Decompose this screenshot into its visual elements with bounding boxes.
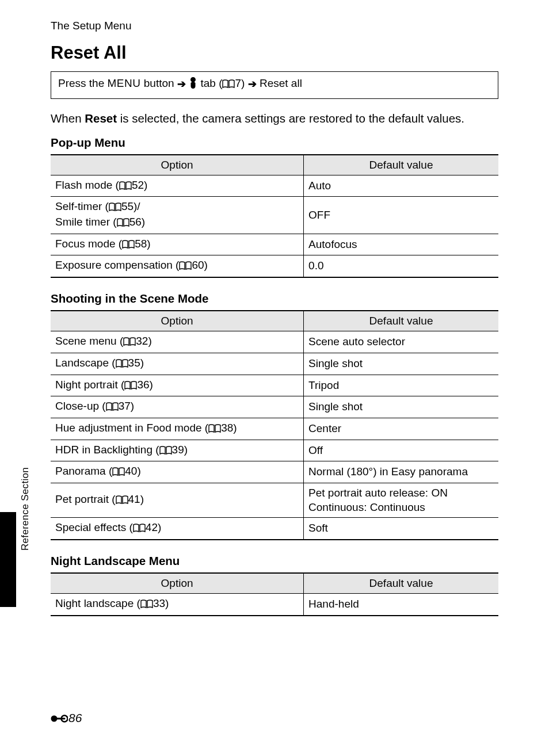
book-icon [106, 400, 119, 415]
wrench-icon [189, 77, 197, 93]
col-header-default: Default value [304, 311, 498, 331]
section-heading: Shooting in the Scene Mode [51, 292, 498, 306]
table-section: Shooting in the Scene ModeOptionDefault … [51, 292, 498, 540]
table-row: HDR in Backlighting (39)Off [51, 440, 498, 461]
book-icon [119, 180, 132, 194]
navigation-path: Press the MENU button ➔ tab (7) ➔ Reset … [51, 71, 498, 99]
book-icon [109, 201, 121, 215]
default-value-cell: Hand-held [304, 594, 498, 616]
option-cell: Focus mode (58) [51, 234, 304, 255]
default-value-cell: Single shot [304, 396, 498, 418]
col-header-option: Option [51, 155, 304, 175]
page-section-icon [51, 713, 68, 724]
section-heading: Night Landscape Menu [51, 554, 498, 568]
path-tab-word: tab ( [197, 77, 222, 89]
option-cell: Panorama (40) [51, 461, 304, 483]
book-icon [208, 422, 221, 437]
table-row: Exposure compensation (60)0.0 [51, 255, 498, 277]
path-end: Reset all [257, 77, 302, 89]
chapter-label: The Setup Menu [51, 20, 498, 32]
table-row: Night portrait (36)Tripod [51, 375, 498, 396]
option-cell: Scene menu (32) [51, 331, 304, 353]
book-icon [116, 357, 128, 372]
default-value-cell: Scene auto selector [304, 331, 498, 353]
table-row: Hue adjustment in Food mode (38)Center [51, 418, 498, 440]
col-header-option: Option [51, 573, 304, 594]
default-value-cell: Center [304, 418, 498, 440]
book-icon [122, 238, 135, 253]
book-icon [112, 465, 125, 480]
default-value-cell: Pet portrait auto release: ONContinuous:… [304, 483, 498, 517]
table-row: Flash mode (52)Auto [51, 175, 498, 197]
default-value-cell: Single shot [304, 353, 498, 375]
intro-text: When Reset is selected, the camera setti… [51, 112, 498, 125]
options-table: OptionDefault valueNight landscape (33)H… [51, 572, 498, 616]
default-value-cell: Off [304, 440, 498, 461]
page-number: 86 [51, 711, 82, 725]
arrow-icon: ➔ [177, 78, 186, 91]
table-row: Landscape (35)Single shot [51, 353, 498, 375]
options-table: OptionDefault valueScene menu (32)Scene … [51, 310, 498, 540]
book-icon [179, 259, 192, 274]
option-cell: Flash mode (52) [51, 175, 304, 197]
path-prefix: Press the [58, 77, 108, 89]
default-value-cell: Auto [304, 175, 498, 197]
option-cell: Close-up (37) [51, 396, 304, 418]
table-row: Focus mode (58)Autofocus [51, 234, 498, 255]
option-cell: Special effects (42) [51, 518, 304, 540]
table-row: Night landscape (33)Hand-held [51, 594, 498, 616]
menu-button-word: MENU [108, 77, 141, 89]
table-row: Scene menu (32)Scene auto selector [51, 331, 498, 353]
table-row: Special effects (42)Soft [51, 518, 498, 540]
table-row: Close-up (37)Single shot [51, 396, 498, 418]
arrow-icon: ➔ [248, 78, 257, 91]
book-icon [124, 379, 137, 394]
col-header-default: Default value [304, 155, 498, 175]
path-mid2: ) [241, 77, 248, 89]
default-value-cell: Autofocus [304, 234, 498, 255]
book-icon [117, 216, 129, 231]
book-icon [222, 78, 235, 92]
table-row: Self-timer (55)/Smile timer (56)OFF [51, 197, 498, 234]
default-value-cell: 0.0 [304, 255, 498, 277]
default-value-cell: Tripod [304, 375, 498, 396]
option-cell: HDR in Backlighting (39) [51, 440, 304, 461]
default-value-cell: Normal (180°) in Easy panorama [304, 461, 498, 483]
col-header-default: Default value [304, 573, 498, 594]
table-section: Night Landscape MenuOptionDefault valueN… [51, 554, 498, 616]
option-cell: Pet portrait (41) [51, 483, 304, 517]
table-row: Pet portrait (41)Pet portrait auto relea… [51, 483, 498, 517]
book-icon [159, 444, 172, 459]
book-icon [123, 335, 136, 350]
path-tab-ref: 7 [235, 77, 241, 89]
option-cell: Hue adjustment in Food mode (38) [51, 418, 304, 440]
option-cell: Landscape (35) [51, 353, 304, 375]
option-cell: Exposure compensation (60) [51, 255, 304, 277]
table-section: Pop-up MenuOptionDefault valueFlash mode… [51, 136, 498, 278]
book-icon [116, 494, 128, 508]
book-icon [140, 598, 153, 612]
table-row: Panorama (40)Normal (180°) in Easy panor… [51, 461, 498, 483]
col-header-option: Option [51, 311, 304, 331]
option-cell: Night portrait (36) [51, 375, 304, 396]
page-title: Reset All [51, 43, 498, 63]
option-cell: Self-timer (55)/Smile timer (56) [51, 197, 304, 234]
book-icon [133, 522, 146, 536]
options-table: OptionDefault valueFlash mode (52)AutoSe… [51, 154, 498, 278]
path-mid1: button [141, 77, 177, 89]
default-value-cell: OFF [304, 197, 498, 234]
section-heading: Pop-up Menu [51, 136, 498, 150]
option-cell: Night landscape (33) [51, 594, 304, 616]
default-value-cell: Soft [304, 518, 498, 540]
